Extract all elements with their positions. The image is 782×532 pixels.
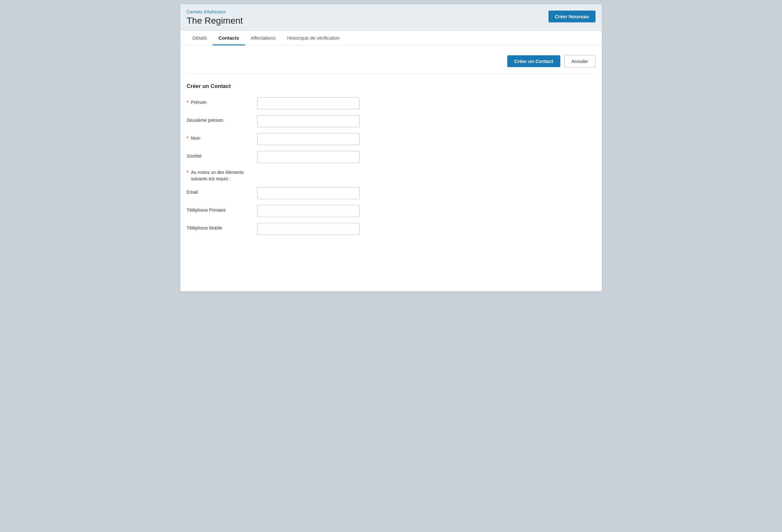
header: Carnets d'Adresses The Regiment Créer No… — [180, 4, 602, 31]
content-area: Créer un Contact Annuler Créer un Contac… — [180, 45, 602, 247]
required-group-description: * Au moins un des éléments suivants est … — [187, 169, 257, 182]
input-societe[interactable] — [257, 151, 359, 163]
form-row-telephone-primaire: Téléphone Primaire — [187, 205, 411, 217]
tab-affectations[interactable]: Affectations — [245, 31, 281, 45]
input-telephone-mobile[interactable] — [257, 223, 359, 235]
main-window: Carnets d'Adresses The Regiment Créer No… — [180, 4, 602, 292]
tab-historique[interactable]: Historique de vérification — [281, 31, 346, 45]
form-row-email: Email — [187, 187, 411, 199]
label-email: Email — [187, 187, 257, 195]
cancel-button[interactable]: Annuler — [564, 55, 596, 68]
label-societe: Société — [187, 151, 257, 159]
header-left: Carnets d'Adresses The Regiment — [187, 9, 243, 26]
create-new-button[interactable]: Créer Nouveau — [548, 10, 596, 23]
breadcrumb[interactable]: Carnets d'Adresses — [187, 9, 243, 14]
form-row-telephone-mobile: Téléphone Mobile — [187, 223, 411, 235]
label-telephone-mobile: Téléphone Mobile — [187, 223, 257, 230]
input-email[interactable] — [257, 187, 359, 199]
action-bar: Créer un Contact Annuler — [187, 52, 596, 74]
required-star-group: * — [187, 169, 188, 176]
form-row-deuxieme-prenom: Deuxième prénom — [187, 115, 411, 127]
page-title: The Regiment — [187, 16, 243, 26]
input-nom[interactable] — [257, 133, 359, 145]
form-row-societe: Société — [187, 151, 411, 163]
input-telephone-primaire[interactable] — [257, 205, 359, 217]
form-row-required-group-header: * Au moins un des éléments suivants est … — [187, 169, 411, 182]
label-prenom: * Prénom — [187, 97, 257, 105]
form-row-prenom: * Prénom — [187, 97, 411, 109]
input-deuxieme-prenom[interactable] — [257, 115, 359, 127]
tab-contacts[interactable]: Contacts — [213, 31, 245, 45]
label-nom: * Nom — [187, 133, 257, 141]
label-telephone-primaire: Téléphone Primaire — [187, 205, 257, 213]
tabs-bar: Détails Contacts Affectations Historique… — [180, 31, 602, 45]
create-contact-form: Créer un Contact * Prénom Deuxième préno… — [187, 83, 411, 235]
input-prenom[interactable] — [257, 97, 359, 109]
label-deuxieme-prenom: Deuxième prénom — [187, 115, 257, 123]
tab-details[interactable]: Détails — [187, 31, 213, 45]
form-row-nom: * Nom — [187, 133, 411, 145]
form-section-title: Créer un Contact — [187, 83, 411, 89]
required-star-nom: * — [187, 136, 188, 141]
required-star-prenom: * — [187, 100, 188, 105]
create-contact-button[interactable]: Créer un Contact — [507, 55, 560, 67]
